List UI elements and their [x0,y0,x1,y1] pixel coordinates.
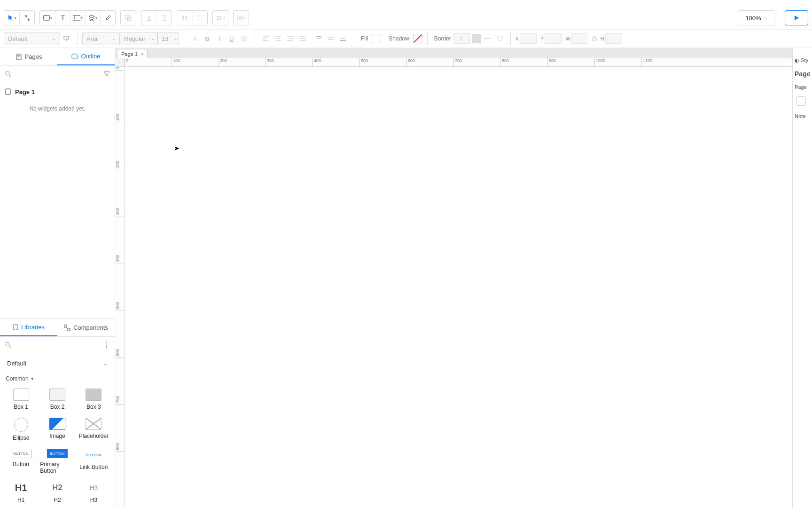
widget-link-button[interactable]: BUTTONLink Button [77,449,111,474]
text-color-button[interactable]: A [189,32,201,45]
svg-rect-15 [218,16,221,19]
ruler-horizontal: 010020030040050060070080090010001100 [125,58,812,67]
pos-x-input[interactable] [520,33,537,44]
underline-button[interactable]: U [226,32,238,45]
caret-down-icon: ▼ [31,377,34,381]
widget-h2[interactable]: H2H2 [40,482,74,503]
close-icon[interactable]: × [141,51,143,57]
valign-bottom-button[interactable] [337,32,349,45]
size-w-label: W [565,36,570,41]
group-button [121,11,136,25]
outline-empty-message: No widgets added yet. [5,99,110,119]
fill-swatch[interactable] [372,34,381,43]
widget-button[interactable]: BUTTONButton [4,449,38,474]
valign-top-button[interactable] [312,32,325,45]
border-width-input[interactable]: 1 [453,33,470,44]
widget-h3[interactable]: H3H3 [77,482,111,503]
size-h-input[interactable] [605,33,622,44]
zoom-select[interactable]: 100% ⌄ [738,10,775,25]
widget-image[interactable]: Image [40,418,74,441]
search-icon[interactable] [5,71,11,77]
align-right-text-button[interactable] [284,32,297,45]
outline-icon [71,53,78,60]
size-w-input[interactable] [571,33,588,44]
svg-rect-8 [182,16,184,19]
bullet-list-button[interactable] [238,32,250,45]
italic-button[interactable]: I [213,32,226,45]
stack-tool[interactable]: ▾ [85,11,100,25]
svg-point-12 [198,19,199,20]
components-icon [64,325,70,331]
libraries-tab[interactable]: Libraries [0,319,57,336]
svg-rect-46 [498,37,501,40]
svg-point-23 [242,39,242,40]
library-category[interactable]: Common ▼ [0,373,115,384]
svg-text:T: T [61,15,65,21]
pages-icon [16,54,22,60]
pages-tab[interactable]: Pages [0,48,57,65]
rectangle-tool[interactable]: ▾ [40,11,55,25]
svg-rect-54 [64,325,67,327]
more-icon[interactable]: ⋮ [102,341,110,349]
text-tool[interactable]: T [55,11,70,25]
page-heading: Page [795,70,810,78]
outline-root-page[interactable]: Page 1 [5,85,110,99]
font-family-select[interactable]: Arial⌄ [82,32,120,45]
svg-rect-9 [186,16,187,19]
align-center-text-button[interactable] [272,32,284,45]
pen-tool[interactable] [100,11,115,25]
ruler-origin[interactable]: ○ [115,58,125,67]
widget-box-3[interactable]: Box 3 [77,389,111,410]
svg-point-13 [202,19,203,20]
widget-ellipse[interactable]: Ellipse [4,418,38,441]
font-weight-select[interactable]: Regular⌄ [120,32,157,45]
canvas[interactable]: ➤ [125,67,812,508]
chevron-down-icon: ⌄ [765,16,768,20]
svg-point-21 [242,37,242,38]
widget-box-2[interactable]: Box 2 [40,389,74,410]
chevron-down-icon: ▾ [81,16,83,20]
svg-rect-2 [73,16,80,20]
svg-point-10 [198,16,199,16]
style-select[interactable]: Default⌄ [4,32,60,45]
filter-icon[interactable] [103,71,110,77]
bold-button[interactable]: B [201,32,213,45]
connector-tool[interactable] [19,11,34,25]
svg-text:T: T [163,15,165,20]
library-select[interactable]: Default ⌄ [5,357,110,370]
page-tab[interactable]: Page 1 × [117,49,148,58]
chevron-down-icon: ▾ [95,16,97,20]
font-size-select[interactable]: 13⌄ [157,32,179,45]
preview-button[interactable] [785,10,808,25]
chevron-down-icon: ▾ [50,16,52,20]
pos-x-label: X [515,36,519,41]
paint-format-button[interactable] [60,32,72,45]
spacing-button: ▾ [234,11,249,25]
pos-y-label: Y [540,36,544,41]
notes-label: Note [795,113,810,119]
style-panel-label[interactable]: ◐ Sty [795,57,810,64]
pos-y-input[interactable] [545,33,562,44]
outline-tab[interactable]: Outline [57,48,115,65]
border-sides-button[interactable] [493,32,506,45]
page-fill-swatch[interactable] [796,96,806,106]
widget-h1[interactable]: H1H1 [4,482,38,503]
search-icon[interactable] [5,341,11,348]
widget-placeholder[interactable]: Placeholder [77,418,111,441]
align-justify-text-button[interactable] [297,32,309,45]
align-left-text-button[interactable] [260,32,272,45]
border-style-button[interactable] [481,32,493,45]
align-text-button: T [156,11,172,25]
shadow-label: Shadow [389,35,409,42]
input-tool[interactable]: ▾ [70,11,85,25]
align-button [141,11,156,25]
widget-primary-button[interactable]: BUTTONPrimary Button [40,449,74,474]
widget-box-1[interactable]: Box 1 [4,389,38,410]
valign-middle-button[interactable] [325,32,337,45]
lock-aspect-button[interactable] [588,32,601,45]
page-icon [5,88,11,95]
components-tab[interactable]: Components [57,319,115,336]
shadow-swatch[interactable] [413,34,422,43]
select-tool[interactable]: ▾ [4,11,19,25]
border-color-swatch[interactable] [472,34,481,43]
